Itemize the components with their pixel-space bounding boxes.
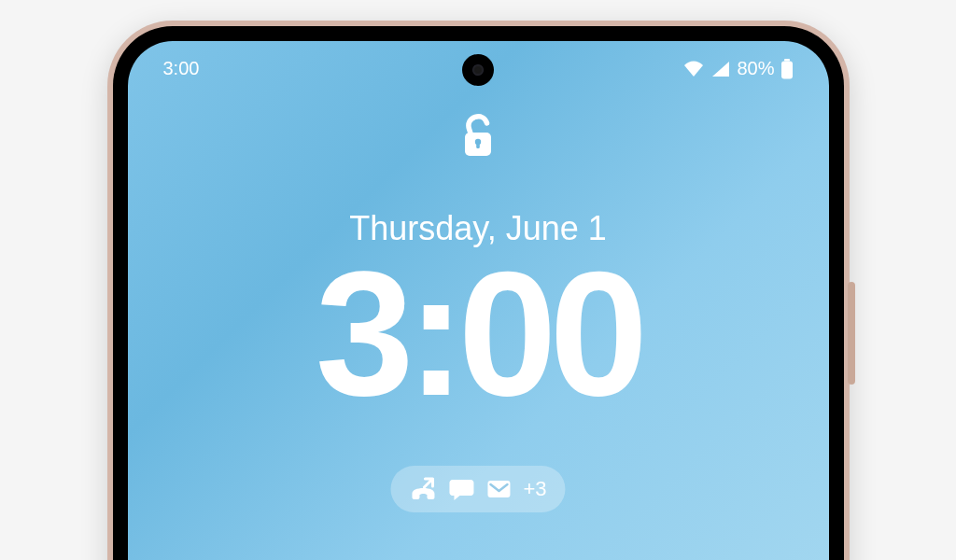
notification-overflow-count: +3	[523, 477, 546, 501]
power-button[interactable]	[848, 282, 855, 385]
email-icon	[485, 478, 512, 500]
battery-icon	[780, 59, 794, 79]
lockscreen[interactable]: 3:00 80%	[128, 41, 829, 560]
lockscreen-clock: 3:00	[128, 245, 829, 422]
svg-rect-0	[784, 59, 790, 62]
unlock-icon	[459, 114, 497, 162]
phone-frame: 3:00 80%	[107, 21, 850, 560]
phone-bezel: 3:00 80%	[113, 26, 844, 560]
cellular-signal-icon	[710, 60, 731, 78]
svg-rect-4	[476, 142, 480, 148]
notification-pill[interactable]: +3	[390, 466, 565, 512]
svg-rect-1	[781, 61, 793, 78]
status-time: 3:00	[163, 58, 200, 79]
wifi-icon	[682, 60, 705, 78]
battery-percent: 80%	[737, 58, 774, 79]
message-icon	[448, 477, 474, 501]
missed-call-icon	[409, 477, 437, 501]
svg-rect-5	[487, 481, 510, 497]
front-camera	[462, 54, 494, 86]
